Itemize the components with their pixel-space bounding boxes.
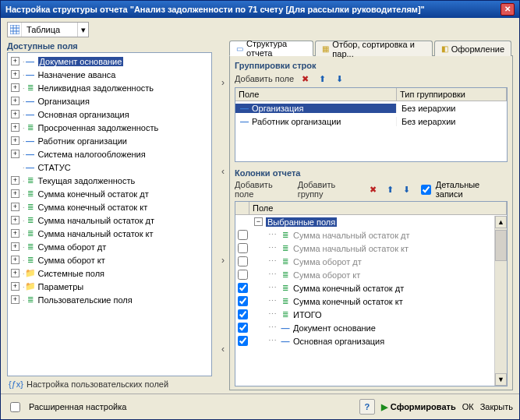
cols-item[interactable]: ⋯—Документ основание — [235, 321, 507, 334]
expander-icon[interactable] — [11, 229, 19, 238]
expander-icon[interactable] — [11, 295, 19, 304]
tree-item[interactable]: ·📁Системные поля — [8, 266, 211, 280]
move-left-bottom-button[interactable]: ‹ — [218, 344, 228, 355]
expander-icon[interactable] — [11, 176, 19, 185]
cols-down-button[interactable]: ⬇ — [401, 183, 413, 196]
cols-item[interactable]: ⋯≣Сумма конечный остаток кт — [235, 295, 507, 308]
tree-item[interactable]: ·≣Сумма конечный остаток дт — [8, 187, 211, 200]
move-right-bottom-button[interactable]: › — [218, 255, 228, 266]
delete-cols-icon[interactable]: ✖ — [367, 183, 380, 196]
close-button[interactable]: Закрыть — [480, 402, 513, 411]
expander-icon[interactable] — [11, 83, 19, 92]
expander-icon[interactable] — [11, 269, 19, 277]
tree-item[interactable]: ·📁Параметры — [8, 280, 211, 293]
tree-item[interactable]: ·≣Неликвидная задолженность — [8, 81, 211, 94]
user-fields-link[interactable]: {ƒx} Настройка пользовательских полей — [7, 376, 212, 390]
cols-item-checkbox[interactable] — [238, 243, 248, 253]
tab-format-label: Оформление — [451, 44, 504, 54]
scroll-up-button[interactable]: ▲ — [495, 216, 507, 228]
col-field-header[interactable]: Поле — [249, 202, 507, 214]
cols-item-checkbox[interactable] — [238, 270, 248, 280]
col-type[interactable]: Тип группировки — [397, 88, 507, 101]
tree-item[interactable]: ·—Основная организация — [8, 108, 211, 121]
move-left-top-button[interactable]: ‹ — [218, 166, 228, 177]
move-up-button[interactable]: ⬆ — [316, 72, 328, 85]
scroll-down-button[interactable]: ▼ — [495, 373, 507, 386]
expander-icon[interactable] — [11, 242, 19, 251]
tree-item[interactable]: ·≣Сумма оборот кт — [8, 253, 211, 266]
details-checkbox[interactable] — [421, 185, 431, 195]
cols-item[interactable]: ⋯—Основная организация — [235, 334, 507, 348]
expander-icon[interactable] — [11, 136, 19, 145]
add-group-link[interactable]: Добавить группу — [298, 180, 363, 199]
expander-icon[interactable] — [11, 203, 19, 211]
move-down-button[interactable]: ⬇ — [333, 72, 345, 85]
tree-item[interactable]: ·≣Просроченная задолженность — [8, 121, 211, 134]
tree-item[interactable]: ·≣Пользовательские поля — [8, 293, 211, 306]
columns-grid[interactable]: Поле Выбранные поля⋯≣Сумма начальный ост… — [235, 201, 508, 386]
row-group-item[interactable]: — Работник организацииБез иерархии — [235, 115, 507, 128]
expander-icon[interactable] — [11, 189, 19, 198]
scroll-thumb[interactable] — [495, 230, 507, 261]
cols-item-checkbox[interactable] — [238, 283, 248, 293]
cols-item-checkbox[interactable] — [238, 336, 248, 346]
tree-item[interactable]: ·≣Текущая задолженность — [8, 174, 211, 187]
expander-icon[interactable] — [11, 282, 19, 291]
move-right-top-button[interactable]: › — [218, 77, 228, 88]
row-groups-grid[interactable]: Поле Тип группировки — ОрганизацияБез ие… — [235, 87, 508, 162]
cols-item-checkbox[interactable] — [238, 309, 248, 319]
help-button[interactable]: ? — [359, 399, 375, 415]
field-label: Сумма начальный остаток кт — [38, 229, 154, 238]
generate-button[interactable]: ▶ Сформировать — [381, 402, 456, 412]
add-field-link[interactable]: Добавить поле — [235, 74, 294, 83]
tree-item[interactable]: ·—Назначение аванса — [8, 68, 211, 81]
tree-item[interactable]: ·—Организация — [8, 94, 211, 108]
field-label: Сумма конечный остаток кт — [38, 203, 148, 212]
tree-item[interactable]: ·≣Сумма начальный остаток дт — [8, 214, 211, 227]
columns-scrollbar[interactable]: ▲ ▼ — [494, 216, 507, 386]
tree-item[interactable]: ·≣Сумма конечный остаток кт — [8, 200, 211, 214]
cols-item-checkbox[interactable] — [238, 323, 248, 333]
advanced-checkbox[interactable] — [10, 402, 20, 412]
ok-button[interactable]: ОК — [462, 402, 474, 411]
tab-structure[interactable]: ▭ Структура отчета — [229, 41, 313, 56]
add-field-cols-link[interactable]: Добавить поле — [235, 180, 293, 199]
expander-icon[interactable] — [11, 110, 19, 118]
tree-item[interactable]: ·≣Сумма оборот дт — [8, 240, 211, 253]
cols-up-button[interactable]: ⬆ — [384, 183, 396, 196]
available-fields-tree[interactable]: ·—Документ основание·—Назначение аванса·… — [7, 52, 212, 376]
cols-item[interactable]: ⋯≣Сумма оборот дт — [235, 255, 507, 268]
cols-item-checkbox[interactable] — [238, 230, 248, 240]
expander-icon[interactable] — [11, 256, 19, 264]
tree-item[interactable]: ·—Документ основание — [8, 55, 211, 68]
expander-icon[interactable] — [11, 57, 19, 65]
chevron-down-icon[interactable]: ▾ — [77, 23, 88, 37]
cols-root-item[interactable]: Выбранные поля — [235, 215, 507, 228]
delete-icon[interactable]: ✖ — [299, 72, 311, 85]
tree-item[interactable]: ·—Работник организации — [8, 134, 211, 147]
cols-item-checkbox[interactable] — [238, 256, 248, 266]
expander-icon[interactable] — [11, 123, 19, 132]
tree-item[interactable]: ·≣Сумма начальный остаток кт — [8, 227, 211, 240]
tree-item[interactable]: ·—Система налогообложения — [8, 147, 211, 161]
tab-filter[interactable]: ▦ Отбор, сортировка и пар... — [315, 41, 432, 56]
layout-combo[interactable]: Таблица ▾ — [7, 22, 89, 37]
expander-icon[interactable] — [11, 97, 19, 105]
expander-icon[interactable] — [11, 70, 19, 79]
row-group-item[interactable]: — ОрганизацияБез иерархии — [235, 101, 507, 115]
expander-icon[interactable] — [11, 150, 19, 158]
details-checkbox-wrap[interactable]: Детальные записи — [418, 180, 508, 199]
close-icon[interactable]: ✕ — [501, 3, 515, 16]
cols-item[interactable]: ⋯≣Сумма начальный остаток кт — [235, 242, 507, 255]
expander-icon[interactable] — [11, 216, 19, 224]
expander-icon[interactable] — [254, 217, 263, 226]
cols-item[interactable]: ⋯≣Сумма конечный остаток дт — [235, 281, 507, 295]
field-icon: ≣ — [25, 203, 36, 211]
cols-item[interactable]: ⋯≣Сумма начальный остаток дт — [235, 228, 507, 242]
tab-format[interactable]: ◧ Оформление — [434, 41, 511, 56]
cols-item[interactable]: ⋯≣ИТОГО — [235, 308, 507, 321]
cols-item[interactable]: ⋯≣Сумма оборот кт — [235, 268, 507, 281]
tree-item[interactable]: ·—СТАТУС — [8, 161, 211, 174]
col-field[interactable]: Поле — [235, 88, 397, 101]
cols-item-checkbox[interactable] — [238, 296, 248, 306]
